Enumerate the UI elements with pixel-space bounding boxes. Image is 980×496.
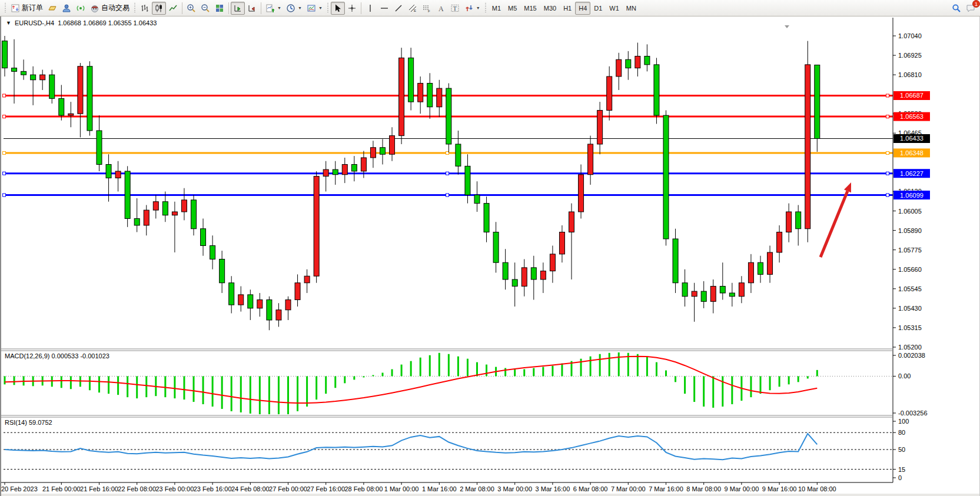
- tile-windows-icon: [215, 4, 224, 13]
- add-indicator-icon: [265, 4, 275, 13]
- svg-text:E: E: [414, 9, 416, 12]
- vertical-line-button[interactable]: [363, 2, 377, 15]
- indicators-button[interactable]: ▼: [263, 2, 284, 15]
- horizontal-line-icon: [380, 4, 389, 13]
- toolbar-separator: [261, 2, 261, 14]
- zoom-in-icon: [187, 4, 196, 13]
- mt4-window: { "toolbar": { "new_order_label": "新订单",…: [0, 0, 980, 496]
- svg-text:T: T: [453, 5, 457, 12]
- new-order-button[interactable]: 新订单: [8, 2, 45, 15]
- autotrade-icon: [90, 4, 99, 13]
- chart-shift-icon: [247, 4, 257, 13]
- community-icon: [62, 4, 71, 13]
- notification-badge: 1: [972, 0, 980, 8]
- arrows-button[interactable]: ▼: [462, 2, 483, 15]
- vertical-line-icon: [366, 4, 375, 13]
- rsi-label: RSI(14) 59.0752: [5, 419, 52, 426]
- macd-label: MACD(12,26,9) 0.000533 -0.001023: [5, 352, 109, 359]
- templates-button[interactable]: ▼: [304, 2, 325, 15]
- gold-icon: [48, 4, 57, 13]
- timeframe-button-h4[interactable]: H4: [575, 2, 590, 15]
- timeframe-button-m30[interactable]: M30: [540, 2, 560, 15]
- toolbar-separator: [228, 2, 229, 14]
- candlestick-chart-button[interactable]: [152, 2, 166, 15]
- arrows-icon: [464, 4, 474, 13]
- new-order-icon: [11, 4, 20, 13]
- toolbar-grip[interactable]: [4, 3, 6, 14]
- trendline-icon: [394, 4, 403, 13]
- fibonacci-icon: F: [422, 4, 431, 13]
- line-chart-button[interactable]: [166, 2, 180, 15]
- periods-button[interactable]: ▼: [284, 2, 304, 15]
- timeframe-toolbar: M1M5M15M30H1H4D1W1MN: [489, 2, 640, 15]
- tile-windows-button[interactable]: [212, 2, 227, 15]
- timeframe-button-m15[interactable]: M15: [520, 2, 540, 15]
- candlestick-icon: [154, 4, 164, 13]
- timeframe-button-h1[interactable]: H1: [560, 2, 575, 15]
- autoscroll-icon: [233, 4, 242, 13]
- channel-button[interactable]: E: [406, 2, 420, 15]
- dropdown-caret-icon: ▼: [476, 6, 480, 10]
- chart-window: [0, 16, 980, 496]
- channel-icon: E: [408, 4, 417, 13]
- timeframe-button-mn[interactable]: MN: [623, 2, 640, 15]
- main-toolbar: 新订单 自动交易 ▼ ▼: [0, 0, 980, 16]
- dropdown-caret-icon: ▼: [277, 6, 281, 10]
- timeframe-button-m1[interactable]: M1: [489, 2, 504, 15]
- timeframe-button-m5[interactable]: M5: [504, 2, 520, 15]
- gold-button[interactable]: [45, 2, 59, 15]
- toolbar-grip[interactable]: [327, 3, 329, 14]
- zoom-out-icon: [201, 4, 210, 13]
- horizontal-line-button[interactable]: [377, 2, 391, 15]
- ohlc-bars-button[interactable]: [138, 2, 152, 15]
- timeframe-button-w1[interactable]: W1: [606, 2, 623, 15]
- search-button[interactable]: [949, 2, 964, 15]
- chart-shift-button[interactable]: [245, 2, 259, 15]
- autoscroll-button[interactable]: [231, 2, 245, 15]
- line-chart-icon: [168, 4, 178, 13]
- trendline-button[interactable]: [391, 2, 406, 15]
- svg-text:A: A: [438, 4, 444, 12]
- community-button[interactable]: [59, 2, 74, 15]
- toolbar-separator: [361, 2, 361, 14]
- cursor-icon: [333, 4, 343, 13]
- autotrading-label: 自动交易: [101, 3, 129, 13]
- ohlc-bars-icon: [140, 4, 150, 13]
- autotrading-button[interactable]: 自动交易: [88, 2, 132, 15]
- chart-dropdown-icon[interactable]: ▼: [6, 20, 11, 26]
- chart-title: ▼ EURUSD-,H4 1.06868 1.06869 1.06355 1.0…: [6, 19, 157, 26]
- timeframe-button-d1[interactable]: D1: [590, 2, 606, 15]
- signal-button[interactable]: [74, 2, 88, 15]
- svg-text:F: F: [428, 9, 430, 13]
- zoom-out-button[interactable]: [198, 2, 212, 15]
- text-button[interactable]: A: [434, 2, 448, 15]
- periods-icon: [286, 4, 295, 13]
- text-label-button[interactable]: T: [448, 2, 462, 15]
- templates-icon: [307, 4, 316, 13]
- notifications-button[interactable]: 1: [964, 2, 978, 15]
- fibonacci-button[interactable]: F: [420, 2, 434, 15]
- crosshair-icon: [347, 4, 357, 13]
- toolbar-grip[interactable]: [484, 3, 487, 14]
- text-icon: A: [436, 4, 446, 13]
- crosshair-button[interactable]: [345, 2, 359, 15]
- cursor-button[interactable]: [331, 2, 345, 15]
- dropdown-caret-icon: ▼: [298, 6, 302, 10]
- zoom-in-button[interactable]: [184, 2, 198, 15]
- chart-symbol: EURUSD-,H4: [15, 19, 54, 26]
- search-icon: [952, 4, 961, 13]
- text-label-icon: T: [450, 4, 460, 13]
- new-order-label: 新订单: [22, 3, 43, 13]
- toolbar-grip[interactable]: [134, 3, 136, 14]
- signal-icon: [76, 4, 85, 13]
- dropdown-caret-icon: ▼: [318, 6, 323, 10]
- toolbar-separator: [182, 2, 182, 14]
- chart-ohlc: 1.06868 1.06869 1.06355 1.06433: [58, 19, 157, 26]
